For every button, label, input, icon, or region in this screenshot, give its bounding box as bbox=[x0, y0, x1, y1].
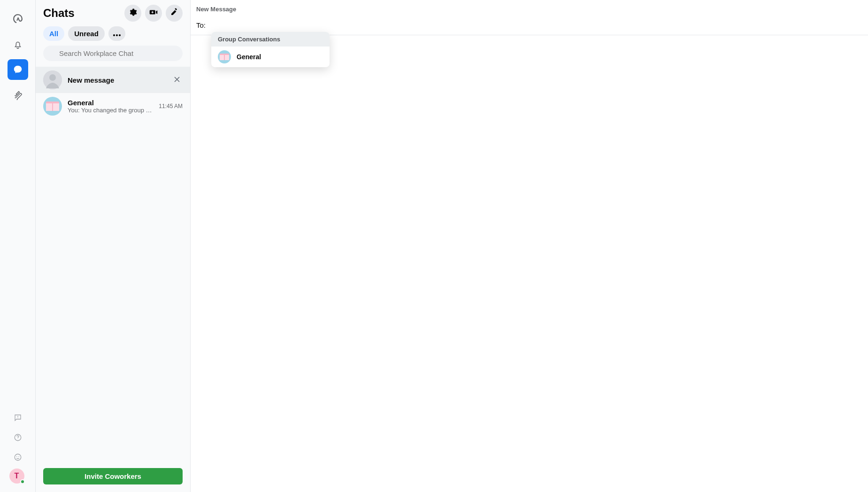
chat-icon[interactable] bbox=[8, 59, 28, 80]
rail-bottom: T bbox=[9, 409, 26, 484]
close-icon bbox=[174, 76, 180, 84]
compose-button[interactable] bbox=[166, 5, 183, 22]
svg-point-6 bbox=[119, 34, 121, 36]
help-icon[interactable] bbox=[9, 429, 26, 446]
compose-icon bbox=[170, 8, 178, 18]
avatar-letter: T bbox=[15, 472, 19, 480]
search-input[interactable] bbox=[43, 46, 183, 61]
thread-title: New message bbox=[68, 76, 166, 84]
page-title: Chats bbox=[43, 7, 121, 20]
suggestion-popover: Group Conversations General bbox=[211, 32, 330, 67]
main-panel: New Message To: Group Conversations Gene… bbox=[191, 0, 868, 492]
search-container bbox=[36, 44, 190, 63]
suggestion-item-label: General bbox=[237, 53, 261, 61]
thread-general[interactable]: General You: You changed the group photo… bbox=[36, 93, 190, 119]
feedback-icon[interactable] bbox=[9, 409, 26, 426]
settings-button[interactable] bbox=[124, 5, 141, 22]
filter-more-button[interactable] bbox=[108, 26, 125, 41]
group-avatar-icon bbox=[218, 50, 231, 63]
to-input[interactable] bbox=[207, 20, 862, 30]
invite-container: Invite Coworkers bbox=[36, 463, 190, 492]
suggestion-item-general[interactable]: General bbox=[211, 47, 330, 67]
new-video-call-button[interactable] bbox=[145, 5, 162, 22]
close-new-message-button[interactable] bbox=[171, 74, 183, 86]
dots-horizontal-icon bbox=[113, 30, 121, 38]
avatar[interactable]: T bbox=[9, 469, 24, 484]
group-avatar-icon bbox=[43, 97, 62, 116]
sidebar-header: Chats bbox=[36, 0, 190, 23]
emoji-icon[interactable] bbox=[9, 449, 26, 466]
workplace-logo-icon[interactable] bbox=[8, 8, 28, 29]
avatar-placeholder-icon bbox=[43, 70, 62, 89]
invite-coworkers-button[interactable]: Invite Coworkers bbox=[43, 468, 183, 484]
presence-dot-icon bbox=[20, 479, 25, 484]
svg-point-5 bbox=[116, 34, 118, 36]
svg-point-3 bbox=[18, 456, 19, 457]
thread-title: General bbox=[68, 99, 153, 107]
thread-time: 11:45 AM bbox=[159, 103, 183, 109]
filter-row: All Unread bbox=[36, 23, 190, 44]
tools-icon[interactable] bbox=[8, 85, 28, 105]
thread-new-message[interactable]: New message bbox=[36, 67, 190, 93]
filter-all[interactable]: All bbox=[43, 26, 64, 41]
app-rail: T bbox=[0, 0, 36, 492]
svg-point-1 bbox=[15, 454, 21, 461]
to-label: To: bbox=[196, 21, 206, 29]
svg-point-8 bbox=[49, 74, 56, 81]
thread-list: New message General You: You changed the… bbox=[36, 63, 190, 463]
to-row: To: Group Conversations General bbox=[191, 16, 868, 35]
svg-point-2 bbox=[16, 456, 17, 457]
bell-icon[interactable] bbox=[8, 34, 28, 55]
new-message-header: New Message bbox=[191, 0, 868, 16]
svg-point-4 bbox=[113, 34, 115, 36]
suggestion-group-header: Group Conversations bbox=[211, 32, 330, 47]
chat-sidebar: Chats All Unread bbox=[36, 0, 191, 492]
gear-icon bbox=[129, 8, 137, 18]
video-plus-icon bbox=[149, 8, 158, 18]
thread-subtitle: You: You changed the group photo. bbox=[68, 107, 153, 114]
filter-unread[interactable]: Unread bbox=[68, 26, 105, 41]
